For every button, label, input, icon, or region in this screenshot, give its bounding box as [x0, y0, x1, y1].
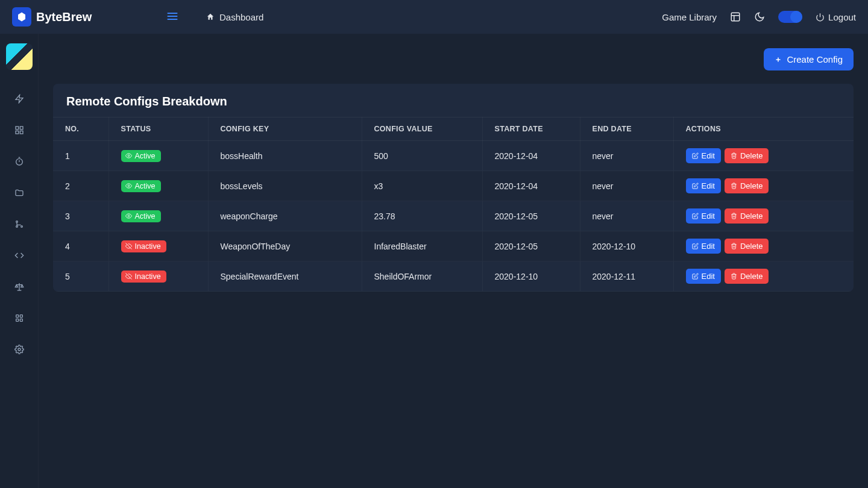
- delete-label: Delete: [740, 211, 763, 221]
- eye-icon: [125, 183, 132, 189]
- cell-config-value: 500: [362, 141, 482, 171]
- sidebar-item-dashboard[interactable]: [12, 123, 27, 137]
- sidebar-item-flow[interactable]: [12, 217, 27, 231]
- edit-button[interactable]: Edit: [686, 148, 721, 163]
- cell-status: Inactive: [108, 261, 208, 292]
- status-badge: Inactive: [121, 271, 166, 283]
- sidebar-item-balance[interactable]: [12, 280, 27, 294]
- eye-icon: [125, 213, 132, 219]
- svg-point-13: [20, 226, 22, 228]
- app-avatar[interactable]: [6, 43, 33, 70]
- delete-label: Delete: [740, 242, 763, 251]
- configs-table: NO. STATUS CONFIG KEY CONFIG VALUE START…: [53, 117, 854, 292]
- logout-label: Logout: [828, 12, 856, 22]
- col-header-end: END DATE: [580, 117, 673, 141]
- menu-toggle-button[interactable]: [163, 7, 182, 28]
- edit-icon: [692, 183, 699, 189]
- theme-toggle-switch[interactable]: [778, 11, 802, 23]
- cell-no: 3: [53, 201, 108, 231]
- trash-icon: [731, 243, 737, 249]
- cell-actions: EditDelete: [673, 231, 854, 261]
- sidebar-item-timer[interactable]: [12, 154, 27, 169]
- status-badge: Inactive: [121, 240, 166, 252]
- svg-rect-8: [16, 131, 19, 134]
- edit-button[interactable]: Edit: [686, 208, 721, 224]
- sidebar-item-settings[interactable]: [12, 342, 27, 357]
- brand-logo[interactable]: ByteBrew: [12, 7, 151, 27]
- delete-button[interactable]: Delete: [725, 239, 769, 254]
- cell-config-key: weaponCharge: [208, 201, 362, 231]
- logout-button[interactable]: Logout: [816, 12, 856, 22]
- game-library-link[interactable]: Game Library: [662, 12, 717, 22]
- svg-rect-18: [20, 319, 22, 321]
- cell-end-date: 2020-12-10: [580, 231, 673, 261]
- cell-actions: EditDelete: [673, 261, 854, 292]
- moon-icon: [754, 11, 765, 22]
- svg-rect-7: [20, 131, 23, 134]
- svg-rect-6: [20, 127, 23, 130]
- svg-rect-5: [16, 127, 19, 130]
- eye-off-icon: [125, 273, 132, 280]
- sidebar-item-apps[interactable]: [12, 311, 27, 325]
- status-badge: Active: [121, 210, 161, 222]
- svg-rect-16: [20, 315, 22, 318]
- delete-button[interactable]: Delete: [725, 269, 769, 284]
- status-badge: Active: [121, 150, 161, 162]
- cell-config-value: 23.78: [362, 201, 482, 231]
- main-content: Create Config Remote Configs Breakdown N…: [39, 34, 868, 488]
- row-actions: EditDelete: [686, 178, 842, 193]
- edit-icon: [692, 152, 699, 159]
- dashboard-label: Dashboard: [219, 12, 263, 22]
- col-header-actions: ACTIONS: [673, 117, 854, 141]
- code-icon: [14, 251, 24, 260]
- cell-start-date: 2020-12-10: [482, 261, 580, 292]
- cell-start-date: 2020-12-04: [482, 141, 580, 171]
- folder-icon: [14, 188, 24, 198]
- delete-button[interactable]: Delete: [725, 208, 769, 224]
- cell-actions: EditDelete: [673, 201, 854, 231]
- svg-rect-15: [16, 315, 18, 318]
- table-header-row: NO. STATUS CONFIG KEY CONFIG VALUE START…: [53, 117, 854, 141]
- logo-mark-icon: [12, 7, 31, 27]
- cell-end-date: never: [580, 201, 673, 231]
- trash-icon: [731, 152, 737, 159]
- layout-view-button[interactable]: [730, 11, 741, 22]
- svg-marker-4: [16, 95, 23, 102]
- sidebar-item-power[interactable]: [12, 92, 27, 106]
- delete-button[interactable]: Delete: [725, 148, 769, 163]
- create-config-button[interactable]: Create Config: [764, 48, 854, 70]
- cell-config-value: x3: [362, 171, 482, 201]
- eye-icon: [125, 152, 132, 159]
- scale-icon: [14, 282, 24, 292]
- cell-end-date: never: [580, 141, 673, 171]
- sidebar-item-code[interactable]: [12, 248, 27, 263]
- edit-button[interactable]: Edit: [686, 239, 721, 254]
- dashboard-breadcrumb[interactable]: Dashboard: [206, 12, 263, 22]
- status-badge: Active: [121, 180, 161, 192]
- delete-label: Delete: [740, 151, 763, 160]
- edit-button[interactable]: Edit: [686, 178, 721, 193]
- svg-point-12: [16, 221, 17, 223]
- row-actions: EditDelete: [686, 148, 842, 163]
- cell-status: Inactive: [108, 231, 208, 261]
- cell-end-date: 2020-12-11: [580, 261, 673, 292]
- cell-no: 1: [53, 141, 108, 171]
- trash-icon: [731, 273, 737, 280]
- edit-button[interactable]: Edit: [686, 269, 721, 284]
- layout-icon: [730, 11, 741, 22]
- delete-button[interactable]: Delete: [725, 178, 769, 193]
- sidebar-item-files[interactable]: [12, 186, 27, 200]
- col-header-value: CONFIG VALUE: [362, 117, 482, 141]
- delete-label: Delete: [740, 181, 763, 190]
- edit-label: Edit: [702, 272, 715, 281]
- cell-config-key: SpecialRewardEvent: [208, 261, 362, 292]
- edit-label: Edit: [702, 242, 715, 251]
- cell-no: 4: [53, 231, 108, 261]
- panel-title: Remote Configs Breakdown: [53, 84, 854, 117]
- home-icon: [206, 13, 215, 21]
- cell-status: Active: [108, 201, 208, 231]
- eye-off-icon: [125, 243, 132, 249]
- edit-icon: [692, 213, 699, 219]
- theme-mode-button[interactable]: [754, 11, 765, 22]
- cell-actions: EditDelete: [673, 171, 854, 201]
